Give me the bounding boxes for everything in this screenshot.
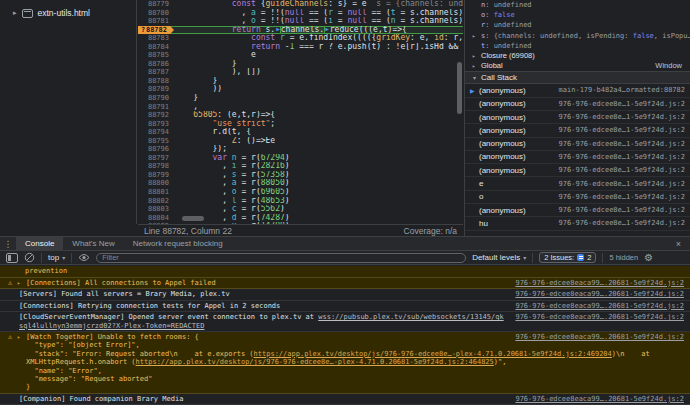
code-line: 88783 const r = e.findIndex(((({gridKey:… — [138, 34, 463, 43]
log-levels-dropdown[interactable]: Default levels ▾ — [472, 253, 526, 262]
frame-location[interactable]: 976-976-edcee8e…1-5e9f24d.js:2 — [559, 206, 685, 214]
line-number[interactable]: 88783 — [138, 34, 174, 43]
horizontal-scrollbar[interactable] — [182, 216, 204, 221]
call-stack-frame[interactable]: e976-976-edcee8e…1-5e9f24d.js:2 — [465, 177, 690, 190]
line-number[interactable]: 88801 — [138, 188, 174, 197]
filter-input[interactable]: Filter — [96, 253, 466, 263]
context-label: top — [48, 253, 59, 262]
line-number[interactable]: 88797 — [138, 154, 174, 163]
source-link[interactable]: 976-976-edcee8eaca99….20681-5e9f24d.js:2 — [505, 313, 684, 322]
line-number[interactable]: 88794 — [138, 128, 174, 137]
call-stack-frame[interactable]: o976-976-edcee8e…1-5e9f24d.js:2 — [465, 191, 690, 204]
line-number[interactable]: 88788 — [138, 77, 174, 86]
frame-location[interactable]: 976-976-edcee8e…1-5e9f24d.js:2 — [559, 219, 685, 227]
inline-step-marker-icon[interactable]: ▶ — [275, 26, 281, 34]
source-link[interactable]: 976-976-edcee8eaca99….20681-5e9f24d.js:2 — [505, 333, 684, 342]
line-number[interactable]: 88790 — [138, 94, 174, 103]
line-number[interactable]: 88784 — [138, 43, 174, 52]
call-stack-frame[interactable]: (anonymous)976-976-edcee8e…1-5e9f24d.js:… — [465, 111, 690, 124]
file-tree-item[interactable]: ▸ extn-utils.html — [0, 5, 136, 21]
code-line: 88801 , o = r(69605) — [138, 188, 463, 197]
call-stack-frame[interactable]: ▶(anonymous)main-179-b482a4…ormatted:887… — [465, 84, 690, 97]
line-number[interactable]: 88802 — [138, 197, 174, 206]
call-stack-frame[interactable]: (anonymous)976-976-edcee8e…1-5e9f24d.js:… — [465, 124, 690, 137]
frame-location[interactable]: 976-976-edcee8e…1-5e9f24d.js:2 — [559, 140, 685, 148]
tab-whats-new[interactable]: What's New — [63, 237, 123, 251]
line-number[interactable]: 88792 — [138, 111, 174, 120]
source-link[interactable]: 976-976-edcee8eaca99….20681-5e9f24d.js:2 — [505, 395, 684, 404]
frame-function: o — [479, 192, 483, 201]
scope-section-row[interactable]: ▸Closure (69908) — [465, 51, 690, 61]
line-number[interactable]: 88785 — [138, 51, 174, 60]
source-link[interactable]: 976-976-edcee8eaca99….20681-5e9f24d.js:2 — [505, 279, 684, 288]
close-icon[interactable]: × — [667, 239, 690, 249]
line-number[interactable]: 88791 — [138, 103, 174, 112]
tab-console[interactable]: Console — [16, 237, 63, 251]
line-number[interactable]: 88800 — [138, 179, 174, 188]
line-number[interactable]: 88787 — [138, 68, 174, 77]
inline-step-marker-icon[interactable]: ▶ — [324, 26, 330, 34]
frame-location[interactable]: 976-976-edcee8e…1-5e9f24d.js:2 — [559, 100, 685, 108]
collapse-arrow-icon[interactable]: ▾ — [473, 74, 476, 81]
call-stack-frame[interactable]: (anonymous)976-976-edcee8e…1-5e9f24d.js:… — [465, 98, 690, 111]
call-stack-header[interactable]: ▾ Call Stack — [465, 71, 690, 84]
code-line: 88779 const {guideChannels: s} = e s = {… — [138, 0, 463, 9]
frame-location[interactable]: 976-976-edcee8e…1-5e9f24d.js:2 — [559, 153, 685, 161]
url-link[interactable]: wss://pubsub.plex.tv/sub/websockets/1314… — [19, 313, 504, 330]
tab-network-request-blocking[interactable]: Network request blocking — [124, 237, 232, 251]
code-line: 88789 )) — [138, 85, 463, 94]
line-number[interactable]: 88798 — [138, 162, 174, 171]
context-selector[interactable]: top ▾ — [48, 253, 65, 262]
line-number[interactable]: 88803 — [138, 205, 174, 214]
drawer-menu-icon[interactable]: ⋮ — [0, 239, 16, 249]
scope-variable[interactable]: ▸s: {channels: undefined, isPending: fal… — [465, 31, 690, 41]
expand-arrow-icon[interactable]: ▸ — [17, 279, 26, 288]
code-text: , c = r(5562) — [174, 205, 285, 214]
frame-location[interactable]: 976-976-edcee8e…1-5e9f24d.js:2 — [559, 113, 685, 121]
expand-arrow-icon[interactable]: ▸ — [17, 333, 26, 342]
code-text: } — [174, 94, 198, 103]
line-number[interactable]: 88779 — [138, 0, 174, 9]
console-toolbar: top ▾ Filter Default levels ▾ 2 Issues: … — [0, 251, 690, 265]
live-expression-eye-icon[interactable] — [78, 253, 90, 262]
source-link[interactable]: 976-976-edcee8eaca99….20681-5e9f24d.js:2 — [505, 290, 684, 299]
expand-arrow-icon[interactable]: ▸ — [472, 51, 481, 61]
frame-location[interactable]: 976-976-edcee8e…1-5e9f24d.js:2 — [559, 180, 685, 188]
file-navigator: ▸ extn-utils.html — [0, 0, 137, 224]
code-line: 88791 , — [138, 103, 463, 112]
line-number[interactable]: 88789 — [138, 85, 174, 94]
call-stack-frame[interactable]: (anonymous)976-976-edcee8e…1-5e9f24d.js:… — [465, 204, 690, 217]
line-number[interactable]: 88786 — [138, 60, 174, 69]
scope-section-row[interactable]: ▸GlobalWindow — [465, 61, 690, 71]
call-stack-frame[interactable]: hu976-976-edcee8e…1-5e9f24d.js:2 — [465, 217, 690, 230]
call-stack-frame[interactable]: (anonymous)976-976-edcee8e…1-5e9f24d.js:… — [465, 151, 690, 164]
frame-location[interactable]: 976-976-edcee8e…1-5e9f24d.js:2 — [559, 126, 685, 134]
line-number[interactable]: 88796 — [138, 145, 174, 154]
vertical-scrollbar[interactable] — [457, 62, 462, 114]
url-link[interactable]: https://app.plex.tv/desktop/js/976-976-e… — [254, 350, 612, 358]
expand-arrow-icon[interactable]: ▸ — [472, 31, 481, 41]
line-number[interactable]: 88793 — [138, 120, 174, 129]
frame-location[interactable]: 976-976-edcee8e…1-5e9f24d.js:2 — [559, 193, 685, 201]
line-number[interactable]: 88799 — [138, 171, 174, 180]
expand-arrow-icon[interactable]: ▸ — [13, 9, 17, 17]
issues-counter-button[interactable]: 2 Issues: 2 — [539, 252, 596, 263]
frame-location[interactable]: main-179-b482a4…ormatted:88782 — [559, 86, 685, 94]
line-number[interactable]: 88795 — [138, 137, 174, 146]
code-editor[interactable]: 88779 const {guideChannels: s} = e s = {… — [138, 0, 463, 224]
line-number[interactable]: 88780 — [138, 9, 174, 18]
frame-location[interactable]: 976-976-edcee8e…1-5e9f24d.js:2 — [559, 166, 685, 174]
console-settings-gear-icon[interactable]: ⚙ — [644, 253, 653, 263]
code-line: 88790 } — [138, 94, 463, 103]
line-number[interactable]: ?88782 — [138, 26, 174, 35]
frame-function: (anonymous) — [479, 126, 526, 135]
call-stack-frame[interactable]: (anonymous)976-976-edcee8e…1-5e9f24d.js:… — [465, 138, 690, 151]
console-sidebar-toggle-icon[interactable] — [6, 253, 18, 263]
line-number[interactable]: 88804 — [138, 214, 174, 223]
clear-console-icon[interactable] — [24, 252, 35, 263]
call-stack-frame[interactable]: (anonymous)976-976-edcee8e…1-5e9f24d.js:… — [465, 164, 690, 177]
expand-arrow-icon[interactable]: ▸ — [472, 61, 481, 71]
line-number[interactable]: 88781 — [138, 17, 174, 26]
url-link[interactable]: https://app.plex.tv/desktop/js/976-976-e… — [136, 358, 494, 366]
source-link[interactable]: 976-976-edcee8eaca99….20681-5e9f24d.js:2 — [505, 302, 684, 311]
